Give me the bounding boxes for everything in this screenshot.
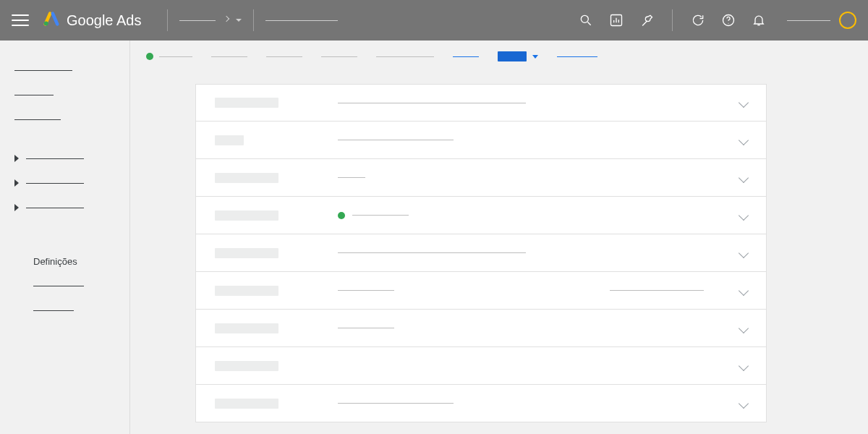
help-icon[interactable] bbox=[720, 12, 736, 28]
chevron-down-icon bbox=[739, 360, 749, 370]
sidebar-item-expandable[interactable] bbox=[14, 171, 115, 195]
chevron-right-icon bbox=[224, 16, 229, 22]
chevron-down-icon bbox=[739, 172, 749, 182]
status-dot-icon bbox=[338, 212, 345, 219]
row-label bbox=[215, 248, 278, 258]
sidebar-label: Definições bbox=[33, 256, 77, 267]
reports-icon[interactable] bbox=[608, 12, 624, 28]
svg-line-7 bbox=[642, 21, 647, 26]
row-label bbox=[215, 399, 278, 409]
product-logo[interactable]: Google Ads bbox=[43, 11, 141, 30]
row-label bbox=[215, 361, 278, 371]
status-crumb[interactable] bbox=[146, 53, 192, 60]
campaign-selector[interactable] bbox=[265, 20, 338, 21]
crumb-item-link[interactable] bbox=[453, 56, 479, 57]
account-area[interactable] bbox=[787, 12, 856, 29]
crumb-item[interactable] bbox=[321, 56, 357, 57]
svg-point-9 bbox=[728, 23, 729, 24]
row-label bbox=[215, 135, 244, 145]
google-ads-logo-icon bbox=[43, 11, 59, 30]
avatar-placeholder-icon bbox=[839, 12, 856, 29]
crumb-item[interactable] bbox=[211, 56, 247, 57]
caret-right-icon bbox=[14, 204, 19, 211]
caret-down-icon bbox=[532, 55, 538, 59]
settings-row[interactable] bbox=[195, 234, 767, 272]
row-secondary-value bbox=[610, 290, 704, 291]
settings-row[interactable] bbox=[195, 272, 767, 310]
row-value bbox=[338, 177, 365, 178]
crumb-item[interactable] bbox=[376, 56, 434, 57]
settings-row[interactable] bbox=[195, 347, 767, 385]
row-value bbox=[338, 403, 454, 404]
chevron-down-icon bbox=[739, 398, 749, 408]
crumb-item-link[interactable] bbox=[557, 56, 597, 57]
account-switcher[interactable] bbox=[179, 17, 242, 24]
settings-list bbox=[195, 84, 767, 422]
chevron-down-icon bbox=[739, 285, 749, 295]
sidebar-item[interactable] bbox=[14, 58, 115, 82]
main-content bbox=[130, 41, 868, 434]
row-value bbox=[338, 328, 394, 328]
sidebar-item[interactable] bbox=[33, 273, 115, 298]
settings-row[interactable] bbox=[195, 84, 767, 122]
settings-row[interactable] bbox=[195, 122, 767, 159]
row-value bbox=[338, 103, 526, 103]
crumb-item[interactable] bbox=[266, 56, 302, 57]
hamburger-menu-icon[interactable] bbox=[12, 12, 29, 29]
caret-down-icon bbox=[236, 19, 242, 22]
row-label bbox=[215, 173, 278, 183]
row-label bbox=[215, 210, 278, 221]
row-value bbox=[352, 215, 409, 216]
header-tools bbox=[578, 9, 856, 31]
row-label bbox=[215, 286, 278, 296]
sidebar-item-settings[interactable]: Definições bbox=[14, 249, 115, 273]
row-label bbox=[215, 98, 278, 108]
settings-row[interactable] bbox=[195, 159, 767, 197]
sidebar-item-expandable[interactable] bbox=[14, 146, 115, 171]
chevron-down-icon bbox=[739, 210, 749, 220]
tools-icon[interactable] bbox=[639, 12, 655, 28]
sidebar-item[interactable] bbox=[14, 82, 115, 107]
settings-row[interactable] bbox=[195, 310, 767, 347]
chevron-down-icon bbox=[739, 323, 749, 333]
svg-point-1 bbox=[581, 15, 588, 22]
header-divider bbox=[167, 9, 168, 31]
refresh-icon[interactable] bbox=[690, 12, 706, 28]
product-name: Google Ads bbox=[67, 12, 141, 29]
status-dot-icon bbox=[146, 53, 153, 60]
settings-row[interactable] bbox=[195, 197, 767, 234]
sidebar-item[interactable] bbox=[33, 298, 115, 323]
row-value bbox=[338, 252, 526, 253]
header-divider bbox=[253, 9, 254, 31]
caret-right-icon bbox=[14, 155, 19, 162]
sidebar-item[interactable] bbox=[14, 107, 115, 132]
row-value bbox=[338, 140, 454, 140]
caret-right-icon bbox=[14, 179, 19, 187]
search-icon[interactable] bbox=[578, 12, 594, 28]
header-divider bbox=[672, 9, 673, 31]
sidebar-item-expandable[interactable] bbox=[14, 195, 115, 220]
breadcrumb-bar bbox=[130, 41, 868, 72]
chevron-down-icon bbox=[739, 135, 749, 145]
chevron-down-icon bbox=[739, 98, 749, 108]
top-header: Google Ads bbox=[0, 0, 868, 41]
row-label bbox=[215, 323, 278, 333]
chevron-down-icon bbox=[739, 247, 749, 258]
svg-point-0 bbox=[44, 21, 48, 25]
notifications-icon[interactable] bbox=[751, 12, 767, 28]
left-sidebar: Definições bbox=[0, 41, 130, 434]
crumb-item-active[interactable] bbox=[498, 51, 538, 61]
row-value bbox=[338, 290, 394, 291]
settings-row[interactable] bbox=[195, 385, 767, 422]
svg-line-2 bbox=[588, 22, 591, 25]
